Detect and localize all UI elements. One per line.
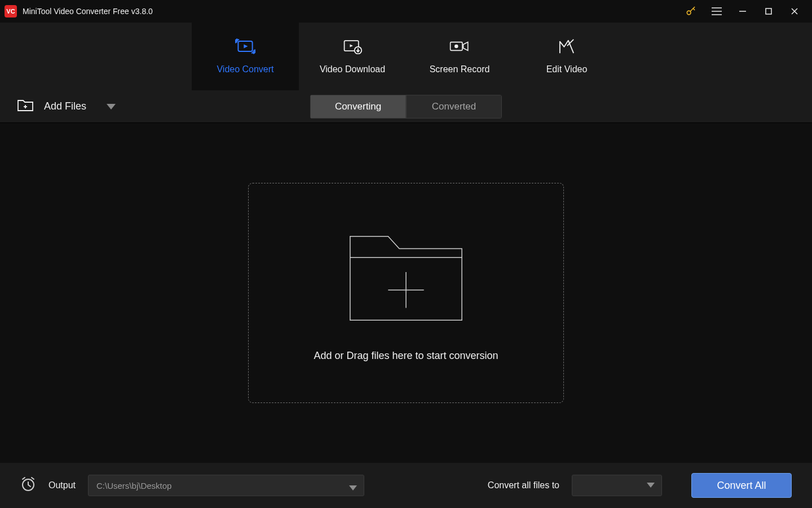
svg-marker-18 (107, 104, 116, 110)
minimize-button[interactable] (730, 0, 756, 23)
add-files-label: Add Files (44, 100, 86, 112)
dropzone-caption: Add or Drag files here to start conversi… (314, 350, 498, 362)
sub-toolbar: Add Files Converting Converted (0, 90, 812, 123)
app-logo: VC (5, 5, 17, 17)
svg-marker-11 (350, 44, 353, 47)
convert-all-button[interactable]: Convert All (691, 473, 792, 498)
upgrade-key-icon[interactable] (678, 0, 704, 23)
hamburger-menu-icon[interactable] (704, 0, 730, 23)
tab-edit-video[interactable]: Edit Video (513, 23, 620, 90)
output-path-value: C:\Users\bj\Desktop (96, 481, 171, 491)
close-button[interactable] (782, 0, 807, 23)
maximize-button[interactable] (756, 0, 782, 23)
svg-marker-23 (349, 485, 357, 491)
tab-label: Video Convert (217, 64, 273, 75)
segment-converted[interactable]: Converted (406, 95, 502, 119)
titlebar: VC MiniTool Video Converter Free v3.8.0 (0, 0, 812, 23)
svg-point-15 (454, 45, 458, 49)
folder-plus-icon (345, 225, 467, 329)
convert-all-label: Convert all files to (488, 480, 559, 491)
status-segmented-control: Converting Converted (310, 95, 502, 119)
svg-rect-5 (766, 8, 771, 14)
chevron-down-icon (647, 480, 655, 491)
svg-marker-9 (244, 44, 248, 48)
tab-video-convert[interactable]: Video Convert (192, 23, 299, 90)
chevron-down-icon (96, 100, 116, 112)
edit-icon (557, 38, 577, 56)
scheduler-icon[interactable] (20, 476, 36, 494)
tab-label: Video Download (320, 64, 385, 75)
convert-icon (235, 38, 255, 56)
output-path-selector[interactable]: C:\Users\bj\Desktop (88, 475, 364, 496)
tab-video-download[interactable]: Video Download (299, 23, 406, 90)
tab-screen-record[interactable]: Screen Record (406, 23, 513, 90)
dropzone[interactable]: Add or Drag files here to start conversi… (248, 183, 564, 403)
svg-marker-24 (647, 483, 655, 488)
segment-label: Converted (432, 101, 476, 112)
record-icon (449, 38, 470, 56)
window-title: MiniTool Video Converter Free v3.8.0 (23, 7, 153, 16)
bottom-bar: Output C:\Users\bj\Desktop Convert all f… (0, 463, 812, 508)
segment-label: Converting (335, 101, 381, 112)
folder-add-icon (17, 98, 34, 115)
segment-converting[interactable]: Converting (310, 95, 406, 119)
svg-marker-14 (464, 42, 468, 51)
main-area: Add or Drag files here to start conversi… (0, 123, 812, 463)
output-label: Output (48, 480, 76, 491)
add-files-button[interactable]: Add Files (17, 98, 116, 115)
output-format-selector[interactable] (572, 475, 662, 496)
convert-all-button-label: Convert All (717, 480, 766, 492)
download-icon (342, 38, 363, 56)
tab-label: Screen Record (430, 64, 490, 75)
tab-label: Edit Video (546, 64, 588, 75)
main-tabstrip: Video Convert Video Download Screen Reco… (0, 23, 812, 90)
